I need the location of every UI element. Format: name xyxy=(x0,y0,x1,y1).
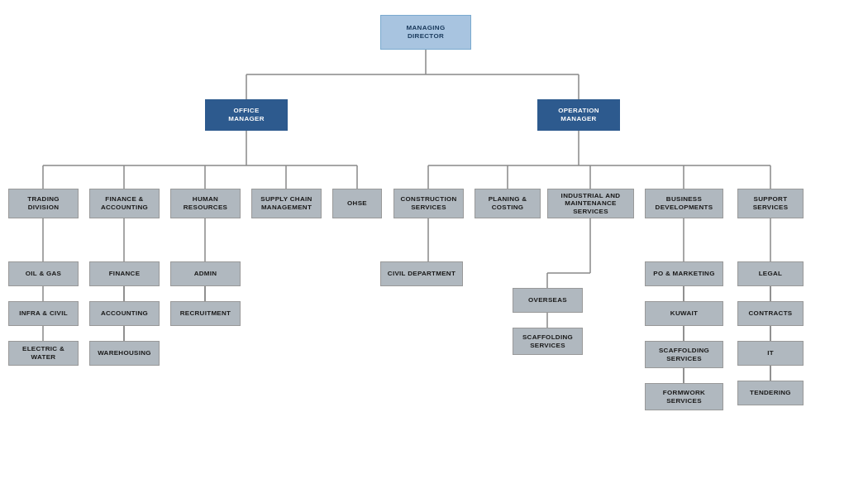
electric-water-node: ELECTRIC & WATER xyxy=(8,341,79,366)
supply-chain-node: SUPPLY CHAINMANAGEMENT xyxy=(251,189,322,218)
org-chart: MANAGINGDIRECTOROFFICEMANAGEROPERATIONMA… xyxy=(0,0,868,484)
it-node: IT xyxy=(737,341,804,366)
support-services-node: SUPPORTSERVICES xyxy=(737,189,804,218)
tendering-node: TENDERING xyxy=(737,381,804,405)
ohse-node: OHSE xyxy=(332,189,382,218)
legal-node: LEGAL xyxy=(737,261,804,286)
oil-gas-node: OIL & GAS xyxy=(8,261,79,286)
contracts-node: CONTRACTS xyxy=(737,301,804,326)
formwork-services-node: FORMWORKSERVICES xyxy=(645,383,723,410)
connector-lines xyxy=(0,0,868,484)
finance-accounting-node: FINANCE &ACCOUNTING xyxy=(89,189,160,218)
industrial-maintenance-node: INDUSTRIAL ANDMAINTENANCE SERVICES xyxy=(547,189,634,218)
admin-node: ADMIN xyxy=(170,261,241,286)
civil-department-node: CIVIL DEPARTMENT xyxy=(380,261,463,286)
po-marketing-node: PO & MARKETING xyxy=(645,261,723,286)
trading-division-node: TRADING DIVISION xyxy=(8,189,79,218)
infra-civil-node: INFRA & CIVIL xyxy=(8,301,79,326)
office-manager-node: OFFICEMANAGER xyxy=(205,99,288,131)
recruitment-node: RECRUITMENT xyxy=(170,301,241,326)
warehousing-node: WAREHOUSING xyxy=(89,341,160,366)
accounting-node: ACCOUNTING xyxy=(89,301,160,326)
managing-director-node: MANAGINGDIRECTOR xyxy=(380,15,471,50)
overseas-node: OVERSEAS xyxy=(513,288,583,313)
operation-manager-node: OPERATIONMANAGER xyxy=(537,99,620,131)
scaffolding-services-r-node: SCAFFOLDINGSERVICES xyxy=(645,341,723,368)
scaffolding-services-l-node: SCAFFOLDINGSERVICES xyxy=(513,328,583,355)
planing-costing-node: PLANING &COSTING xyxy=(475,189,541,218)
finance-node: FINANCE xyxy=(89,261,160,286)
human-resources-node: HUMANRESOURCES xyxy=(170,189,241,218)
business-developments-node: BUSINESSDEVELOPMENTS xyxy=(645,189,723,218)
construction-services-node: CONSTRUCTIONSERVICES xyxy=(393,189,464,218)
kuwait-node: KUWAIT xyxy=(645,301,723,326)
